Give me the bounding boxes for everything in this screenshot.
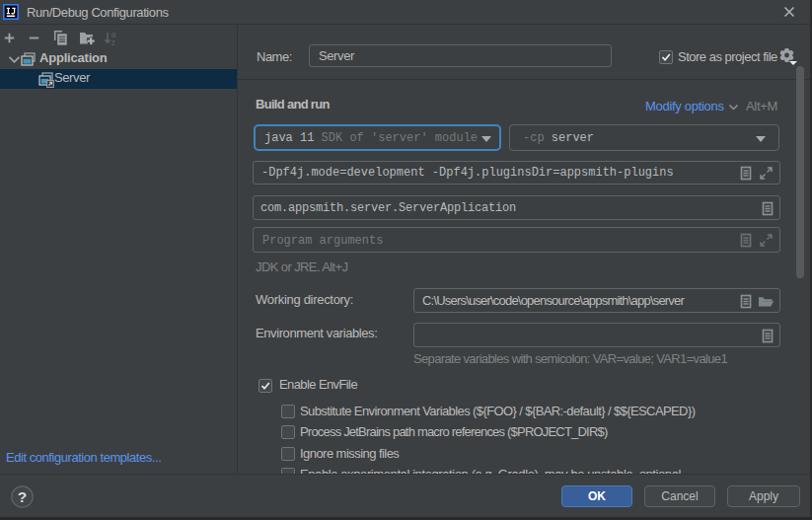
svg-text:z: z	[111, 37, 115, 45]
svg-text:?: ?	[18, 488, 27, 505]
